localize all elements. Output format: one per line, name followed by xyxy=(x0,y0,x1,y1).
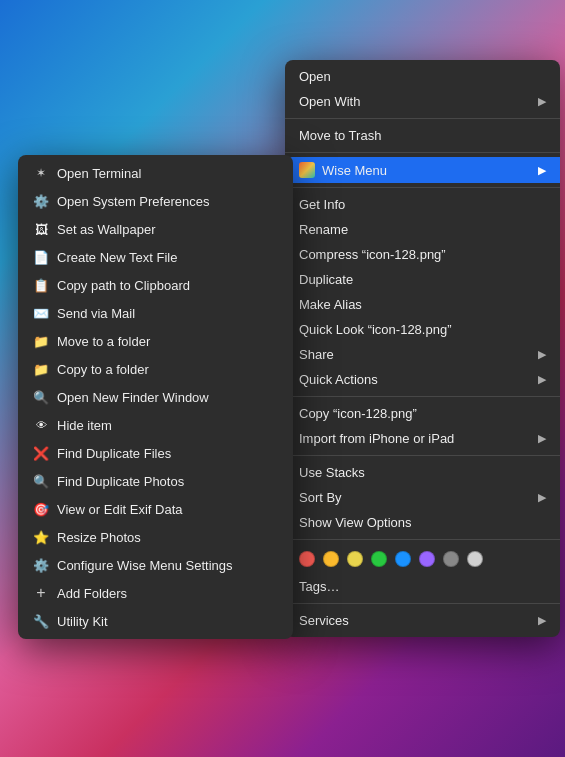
menu-item-rename[interactable]: Rename xyxy=(285,217,560,242)
menu-item-utility-kit[interactable]: 🔧 Utility Kit xyxy=(18,607,293,635)
quick-actions-arrow: ▶ xyxy=(538,373,546,386)
menu-item-find-dup-files[interactable]: ❌ Find Duplicate Files xyxy=(18,439,293,467)
right-context-menu: Open Open With ▶ Move to Trash Wise Menu… xyxy=(285,60,560,637)
copy-folder-icon: 📁 xyxy=(32,360,50,378)
menu-item-services[interactable]: Services ▶ xyxy=(285,608,560,633)
separator-3 xyxy=(285,187,560,188)
menu-item-duplicate[interactable]: Duplicate xyxy=(285,267,560,292)
menu-item-tags[interactable]: Tags… xyxy=(285,574,560,599)
exif-icon: 🎯 xyxy=(32,500,50,518)
utility-kit-icon: 🔧 xyxy=(32,612,50,630)
resize-icon: ⭐ xyxy=(32,528,50,546)
wallpaper-icon: 🖼 xyxy=(32,220,50,238)
menu-item-move-folder[interactable]: 📁 Move to a folder xyxy=(18,327,293,355)
menu-item-quick-look[interactable]: Quick Look “icon-128.png” xyxy=(285,317,560,342)
menu-item-create-text-file[interactable]: 📄 Create New Text File xyxy=(18,243,293,271)
terminal-icon: ✶ xyxy=(32,164,50,182)
mail-icon: ✉️ xyxy=(32,304,50,322)
open-with-arrow: ▶ xyxy=(538,95,546,108)
clipboard-icon: 📋 xyxy=(32,276,50,294)
system-prefs-icon: ⚙️ xyxy=(32,192,50,210)
menu-item-set-wallpaper[interactable]: 🖼 Set as Wallpaper xyxy=(18,215,293,243)
menu-item-import-iphone[interactable]: Import from iPhone or iPad ▶ xyxy=(285,426,560,451)
services-arrow: ▶ xyxy=(538,614,546,627)
separator-5 xyxy=(285,455,560,456)
color-dot-yellow[interactable] xyxy=(323,551,339,567)
menu-item-sort-by[interactable]: Sort By ▶ xyxy=(285,485,560,510)
menu-item-get-info[interactable]: Get Info xyxy=(285,192,560,217)
share-arrow: ▶ xyxy=(538,348,546,361)
separator-4 xyxy=(285,396,560,397)
menu-item-view-exif[interactable]: 🎯 View or Edit Exif Data xyxy=(18,495,293,523)
color-dot-yellow2[interactable] xyxy=(347,551,363,567)
menu-item-copy-path[interactable]: 📋 Copy path to Clipboard xyxy=(18,271,293,299)
color-dot-red[interactable] xyxy=(299,551,315,567)
color-dot-purple[interactable] xyxy=(419,551,435,567)
menu-item-open-terminal[interactable]: ✶ Open Terminal xyxy=(18,159,293,187)
separator-1 xyxy=(285,118,560,119)
menu-item-send-mail[interactable]: ✉️ Send via Mail xyxy=(18,299,293,327)
color-dot-green[interactable] xyxy=(371,551,387,567)
menu-item-open[interactable]: Open xyxy=(285,64,560,89)
sort-by-arrow: ▶ xyxy=(538,491,546,504)
move-folder-icon: 📁 xyxy=(32,332,50,350)
color-dot-white[interactable] xyxy=(467,551,483,567)
menu-item-find-dup-photos[interactable]: 🔍 Find Duplicate Photos xyxy=(18,467,293,495)
menu-item-wise-menu[interactable]: Wise Menu ▶ xyxy=(285,157,560,183)
hide-icon: 👁 xyxy=(32,416,50,434)
add-folders-icon: + xyxy=(32,584,50,602)
finder-icon: 🔍 xyxy=(32,388,50,406)
color-tags-row xyxy=(285,544,560,574)
color-dot-blue[interactable] xyxy=(395,551,411,567)
find-dup-photos-icon: 🔍 xyxy=(32,472,50,490)
wise-menu-icon xyxy=(299,162,315,178)
menu-item-add-folders[interactable]: + Add Folders xyxy=(18,579,293,607)
menu-item-open-finder[interactable]: 🔍 Open New Finder Window xyxy=(18,383,293,411)
menu-item-hide-item[interactable]: 👁 Hide item xyxy=(18,411,293,439)
separator-2 xyxy=(285,152,560,153)
left-context-menu: ✶ Open Terminal ⚙️ Open System Preferenc… xyxy=(18,155,293,639)
menu-item-move-to-trash[interactable]: Move to Trash xyxy=(285,123,560,148)
separator-7 xyxy=(285,603,560,604)
separator-6 xyxy=(285,539,560,540)
menu-item-configure-wise[interactable]: ⚙️ Configure Wise Menu Settings xyxy=(18,551,293,579)
import-arrow: ▶ xyxy=(538,432,546,445)
wise-menu-arrow: ▶ xyxy=(538,164,546,177)
menu-item-copy-folder[interactable]: 📁 Copy to a folder xyxy=(18,355,293,383)
menu-item-resize-photos[interactable]: ⭐ Resize Photos xyxy=(18,523,293,551)
menu-item-copy-file[interactable]: Copy “icon-128.png” xyxy=(285,401,560,426)
menu-item-quick-actions[interactable]: Quick Actions ▶ xyxy=(285,367,560,392)
menu-item-open-system-prefs[interactable]: ⚙️ Open System Preferences xyxy=(18,187,293,215)
menu-item-use-stacks[interactable]: Use Stacks xyxy=(285,460,560,485)
menu-item-share[interactable]: Share ▶ xyxy=(285,342,560,367)
new-text-file-icon: 📄 xyxy=(32,248,50,266)
color-dot-gray[interactable] xyxy=(443,551,459,567)
find-dup-files-icon: ❌ xyxy=(32,444,50,462)
menu-item-open-with[interactable]: Open With ▶ xyxy=(285,89,560,114)
configure-wise-icon: ⚙️ xyxy=(32,556,50,574)
menu-item-compress[interactable]: Compress “icon-128.png” xyxy=(285,242,560,267)
menu-item-make-alias[interactable]: Make Alias xyxy=(285,292,560,317)
menu-item-show-view-options[interactable]: Show View Options xyxy=(285,510,560,535)
